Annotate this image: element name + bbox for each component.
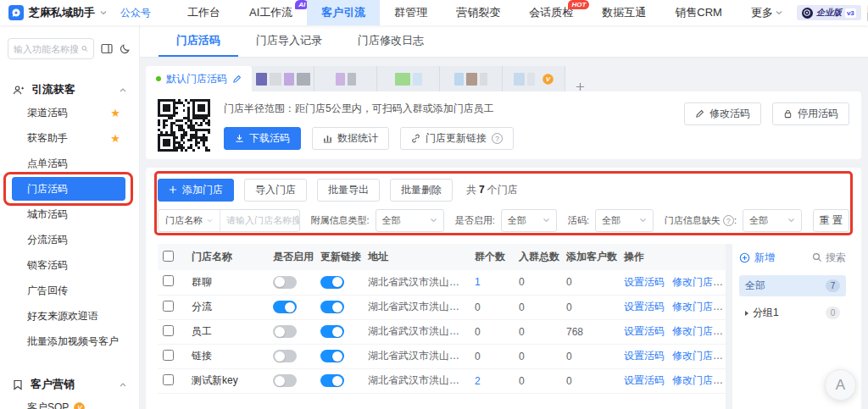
- nav-item-chat-inspection[interactable]: 会话质检HOT: [515, 0, 587, 25]
- batch-export-button[interactable]: 批量导出: [317, 179, 380, 202]
- set-code-link[interactable]: 设置活码: [624, 374, 665, 386]
- sidebar-item-batch-add-video-customers[interactable]: 批量添加视频号客户: [0, 329, 139, 354]
- group-count[interactable]: 0: [475, 351, 481, 362]
- row-checkbox[interactable]: [163, 374, 174, 385]
- add-code-tab-button[interactable]: [576, 82, 585, 91]
- sidebar-section-marketing[interactable]: 客户营销: [0, 374, 139, 395]
- update-link-toggle[interactable]: [320, 276, 344, 289]
- update-link-toggle[interactable]: [320, 325, 344, 338]
- group-count[interactable]: 0: [475, 326, 481, 338]
- tab-store-change-log[interactable]: 门店修改日志: [340, 25, 442, 57]
- sidebar-item-customer-sop[interactable]: 客户SOPV: [0, 395, 139, 409]
- edit-icon[interactable]: [232, 75, 242, 84]
- sidebar-item-order-code[interactable]: 点单活码: [0, 151, 139, 176]
- code-tab-default[interactable]: 默认门店活码: [146, 66, 252, 91]
- sidebar-item-friend-source-welcome[interactable]: 好友来源欢迎语: [0, 303, 139, 329]
- enable-toggle[interactable]: [273, 350, 297, 362]
- nav-item-workbench[interactable]: 工作台: [173, 0, 235, 25]
- set-code-link[interactable]: 设置活码: [624, 350, 665, 362]
- chevron-down-icon: [430, 218, 437, 223]
- table-row: 分流 湖北省武汉市洪山区光谷时代... 0 0 0 设置活码修改门店更多: [158, 295, 729, 319]
- channel-tag[interactable]: 公众号: [120, 6, 151, 20]
- sidebar-search-input[interactable]: [14, 44, 78, 54]
- nav-item-customer-acquisition[interactable]: 客户引流: [307, 0, 380, 25]
- nav-item-more[interactable]: 更多: [737, 0, 797, 25]
- sidebar-item-ad-callback[interactable]: 广告回传: [0, 278, 139, 303]
- enabled-select[interactable]: 全部: [501, 209, 557, 232]
- modify-store-link[interactable]: 修改门店: [672, 301, 713, 312]
- user-plus-icon: [13, 85, 24, 96]
- select-all-checkbox[interactable]: [163, 251, 174, 262]
- attachment-type-select[interactable]: 全部: [376, 209, 444, 232]
- row-checkbox[interactable]: [163, 325, 174, 336]
- search-field-select[interactable]: 门店名称: [159, 210, 220, 231]
- enable-toggle[interactable]: [273, 301, 297, 313]
- modify-store-link[interactable]: 修改门店: [672, 374, 713, 386]
- download-code-button[interactable]: 下载活码: [224, 127, 301, 150]
- batch-delete-button[interactable]: 批量删除: [390, 179, 453, 202]
- group-count[interactable]: 2: [475, 375, 481, 387]
- enable-toggle[interactable]: [273, 325, 297, 338]
- add-group-button[interactable]: 新增: [739, 251, 775, 265]
- nav-item-sales-crm[interactable]: 销售CRM: [660, 0, 737, 25]
- tab-store-import-records[interactable]: 门店导入记录: [238, 25, 340, 57]
- row-checkbox[interactable]: [163, 301, 174, 312]
- store-name-input[interactable]: [226, 215, 299, 225]
- modify-store-link[interactable]: 修改门店: [672, 350, 713, 362]
- set-code-link[interactable]: 设置活码: [624, 301, 665, 312]
- row-checkbox[interactable]: [163, 350, 174, 361]
- add-store-button[interactable]: 添加门店: [158, 179, 234, 202]
- code-tab-redacted[interactable]: V: [503, 66, 565, 91]
- sidebar-item-channel-code[interactable]: 渠道活码★: [0, 100, 139, 125]
- update-link-toggle[interactable]: [320, 374, 344, 387]
- sidebar-search[interactable]: [8, 38, 94, 59]
- vip-badge-icon: V: [542, 74, 554, 85]
- update-link-toggle[interactable]: [320, 350, 344, 362]
- dark-mode-icon[interactable]: [120, 43, 131, 54]
- code-tab-redacted[interactable]: [377, 66, 440, 91]
- group-count[interactable]: 0: [475, 301, 481, 313]
- group-item-all[interactable]: 全部 7: [739, 275, 846, 296]
- set-code-link[interactable]: 设置活码: [624, 325, 665, 337]
- search-group-button[interactable]: 搜索: [812, 251, 846, 265]
- set-code-link[interactable]: 设置活码: [624, 276, 665, 288]
- live-code-select[interactable]: 全部: [595, 209, 654, 232]
- import-store-button[interactable]: 导入门店: [244, 179, 307, 202]
- missing-info-select[interactable]: 全部: [743, 209, 802, 232]
- group-item-1[interactable]: 分组1 0: [739, 302, 846, 323]
- col-operations: 操作: [619, 244, 729, 270]
- reset-button[interactable]: 重 置: [813, 209, 849, 232]
- caret-right-icon[interactable]: [745, 311, 748, 316]
- code-tab-redacted[interactable]: [252, 66, 314, 91]
- nav-item-marketing-fission[interactable]: 营销裂变: [442, 0, 515, 25]
- disable-code-button[interactable]: 停用活码: [772, 102, 849, 125]
- data-statistics-button[interactable]: 数据统计: [312, 127, 389, 150]
- group-count[interactable]: 1: [475, 276, 481, 288]
- collapse-panel-icon[interactable]: [101, 43, 113, 54]
- store-address: 湖北省武汉市洪山区光谷时代...: [363, 368, 470, 393]
- code-tab-redacted[interactable]: [440, 66, 503, 91]
- sidebar-item-city-code[interactable]: 城市活码: [0, 202, 139, 227]
- modify-code-button[interactable]: 修改活码: [684, 102, 761, 125]
- tab-store-live-code[interactable]: 门店活码: [159, 25, 238, 57]
- sidebar-section-acquisition[interactable]: 引流获客: [0, 80, 139, 100]
- modify-store-link[interactable]: 修改门店: [672, 325, 713, 337]
- brand[interactable]: 芝麻私域助手 公众号: [8, 5, 151, 20]
- sidebar-item-store-code[interactable]: 门店活码: [12, 177, 125, 201]
- code-tab-redacted[interactable]: [314, 66, 377, 91]
- enable-toggle[interactable]: [273, 276, 297, 289]
- plan-logo-icon: [802, 8, 813, 19]
- store-update-link-button[interactable]: 门店更新链接 ?: [400, 127, 514, 150]
- nav-item-ai-workflow[interactable]: AI工作流AI: [235, 0, 307, 25]
- sidebar-item-split-flow-code[interactable]: 分流活码: [0, 227, 139, 252]
- nav-item-group-management[interactable]: 群管理: [380, 0, 442, 25]
- sidebar-item-lock-customer-code[interactable]: 锁客活码: [0, 252, 139, 278]
- update-link-toggle[interactable]: [320, 301, 344, 313]
- sidebar-item-acquisition-assistant[interactable]: 获客助手★: [0, 125, 139, 151]
- enable-toggle[interactable]: [273, 374, 297, 387]
- plan-badge[interactable]: 企业版 v3: [797, 5, 861, 20]
- nav-item-data-connect[interactable]: 数据互通: [587, 0, 660, 25]
- row-checkbox[interactable]: [163, 275, 174, 286]
- assistant-floating-button[interactable]: A: [825, 369, 856, 401]
- modify-store-link[interactable]: 修改门店: [672, 276, 713, 288]
